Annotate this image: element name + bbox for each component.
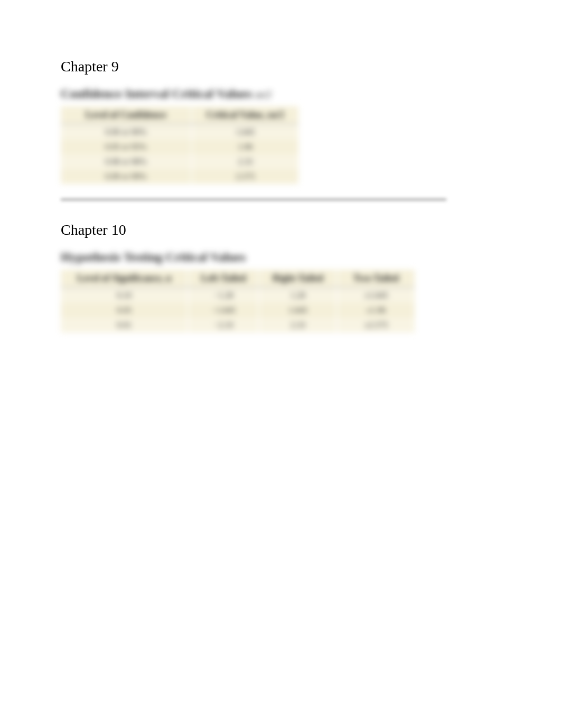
table-row: 0.95 or 95% 1.96 [61,140,298,154]
chapter-9-content: Confidence Interval Critical Values zα/2… [61,87,500,184]
ci-cell: 0.98 or 98% [61,154,192,169]
ht-cell: ±1.645 [337,288,415,303]
ht-header-right: Right-Tailed [259,270,336,288]
table-row: 0.10 −1.28 1.28 ±1.645 [61,288,415,303]
chapter-10-heading: Chapter 10 [61,222,500,238]
ht-cell: 1.645 [259,303,336,318]
chapter-9-heading: Chapter 9 [61,58,500,75]
table-row: 0.90 or 90% 1.645 [61,124,298,140]
ht-header-left: Left-Tailed [188,270,259,288]
ci-cell: 0.90 or 90% [61,124,192,140]
ht-cell: −2.33 [188,318,259,333]
ht-title: Hypothesis Testing Critical Values [61,250,500,264]
ci-cell: 1.96 [192,140,299,154]
ci-title: Confidence Interval Critical Values zα/2 [61,87,500,101]
ht-cell: ±1.96 [337,303,415,318]
ci-cell: 0.99 or 99% [61,169,192,184]
ci-cell: 1.645 [192,124,299,140]
ht-header-two: Two-Tailed [337,270,415,288]
ht-cell: −1.28 [188,288,259,303]
ci-cell: 2.575 [192,169,299,184]
ht-cell: −1.645 [188,303,259,318]
ci-header-level: Level of Confidence [61,106,192,124]
table-row: 0.99 or 99% 2.575 [61,169,298,184]
ht-cell: ±2.575 [337,318,415,333]
table-row: 0.98 or 98% 2.33 [61,154,298,169]
chapter-10-content: Hypothesis Testing Critical Values Level… [61,250,500,333]
ht-cell: 0.01 [61,318,188,333]
ht-cell: 2.33 [259,318,336,333]
ht-cell: 0.10 [61,288,188,303]
ht-cell: 0.05 [61,303,188,318]
ci-title-text: Confidence Interval Critical Values [61,87,252,100]
ci-cell: 0.95 or 95% [61,140,192,154]
table-row: 0.01 −2.33 2.33 ±2.575 [61,318,415,333]
ht-header-sig: Level of Significance, α [61,270,188,288]
ht-title-text: Hypothesis Testing Critical Values [61,250,246,264]
ci-title-sub: zα/2 [255,89,271,100]
ht-cell: 1.28 [259,288,336,303]
ci-header-value: Critical Value, zα/2 [192,106,299,124]
ci-cell: 2.33 [192,154,299,169]
table-row: 0.05 −1.645 1.645 ±1.96 [61,303,415,318]
hypothesis-testing-table: Level of Significance, α Left-Tailed Rig… [61,270,415,333]
section-divider [61,199,446,200]
confidence-interval-table: Level of Confidence Critical Value, zα/2… [61,106,298,184]
